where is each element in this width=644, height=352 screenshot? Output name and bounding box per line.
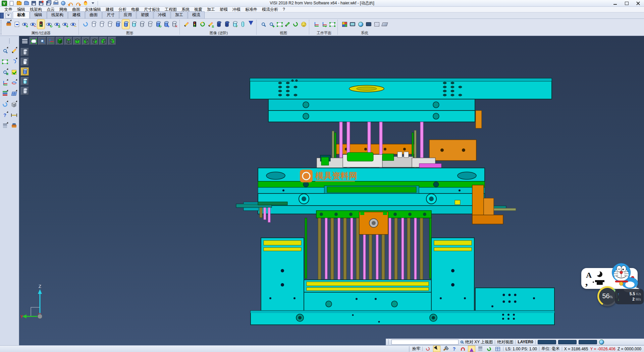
ucs-origin-icon[interactable]	[47, 37, 55, 45]
cylinder-blue-active-icon[interactable]	[122, 19, 129, 29]
active-layer-indicator[interactable]: LAYER0	[518, 340, 533, 344]
monitor-settings-icon[interactable]	[349, 19, 356, 29]
solid-navy-icon[interactable]	[215, 19, 222, 29]
open-file-icon[interactable]	[16, 0, 22, 6]
ucs-axis-icon[interactable]	[1, 79, 9, 87]
snap-lock-red-icon[interactable]	[425, 346, 431, 352]
cylinder-outline-icon-1[interactable]	[90, 19, 97, 29]
edit-visibility-icon[interactable]	[183, 19, 190, 29]
preview-icon[interactable]	[60, 0, 66, 6]
display-light-cylinder-icon[interactable]	[21, 77, 29, 85]
layer-books-icon[interactable]	[1, 122, 9, 130]
menu-help[interactable]: ?	[280, 7, 287, 12]
color-grid-icon[interactable]	[341, 19, 348, 29]
smiley-render-icon[interactable]	[300, 19, 307, 29]
measure-distance-icon[interactable]	[10, 111, 18, 119]
visibility-add-icon[interactable]: +	[21, 19, 29, 29]
item-preview-icon[interactable]	[13, 19, 20, 29]
display-wire-cylinder-icon[interactable]	[21, 87, 29, 95]
scale-indicator[interactable]: LS: 1.00 PS: 1.00	[505, 347, 537, 351]
fit-plane-icon[interactable]	[30, 37, 38, 45]
progress-gauge[interactable]: 56 %	[597, 286, 618, 306]
tab-application[interactable]: 应用	[119, 11, 136, 18]
viewport-menu-icon[interactable]	[21, 37, 29, 45]
monitor-config-icon[interactable]	[365, 19, 372, 29]
view-cube-top-icon[interactable]	[64, 37, 72, 45]
cylinder-light-icon[interactable]	[138, 19, 146, 29]
cylinder-cyan-icon[interactable]	[130, 19, 138, 29]
left-toolbar-grip[interactable]	[9, 39, 10, 43]
workplane-axis-icon[interactable]: ✓	[320, 19, 328, 29]
cylinder-wire-icon[interactable]	[146, 19, 154, 29]
paint-v-icon[interactable]	[247, 19, 255, 29]
quick-search-input[interactable]	[391, 340, 459, 345]
restore-button[interactable]	[622, 0, 631, 6]
cyan-tube-icon[interactable]	[239, 19, 247, 29]
display-outline-cylinder-icon[interactable]	[21, 58, 29, 66]
snap-lock-label[interactable]: 拴牢	[412, 346, 420, 352]
workplane-align-icon[interactable]	[328, 19, 336, 29]
help-question-icon[interactable]: ?	[1, 111, 9, 119]
tab-standard[interactable]: 标准	[13, 11, 30, 18]
view-cube-back-icon[interactable]	[91, 37, 99, 45]
zoom-window-icon[interactable]: +	[268, 19, 275, 29]
search-icon[interactable]	[461, 341, 463, 343]
traffic-light-advanced-icon[interactable]	[191, 19, 198, 29]
menu-standard-parts[interactable]: 标准件	[243, 7, 260, 12]
tab-wireframe[interactable]: 线架构	[47, 11, 68, 18]
cone-snap-icon[interactable]	[468, 346, 475, 352]
view-cube-front-icon[interactable]	[82, 37, 90, 45]
units-indicator[interactable]: 单位: 毫米	[541, 346, 560, 352]
tab-dimension[interactable]: 尺寸	[102, 11, 119, 18]
ribbon-grip[interactable]	[1, 20, 3, 35]
cylinder-outline-icon-2[interactable]	[98, 19, 105, 29]
toolbar-dock-grip[interactable]	[0, 13, 4, 18]
minimize-button[interactable]	[610, 0, 620, 6]
network-speed-panel[interactable]: ↑ 5.5 K/s ↓ 2 M/s	[615, 289, 644, 304]
status-grip[interactable]	[388, 340, 389, 344]
rotate-view-icon[interactable]	[292, 19, 299, 29]
pick-cursor-icon[interactable]	[433, 346, 440, 352]
view-cube-bottom-icon[interactable]	[73, 37, 81, 45]
pencil-plus-minus-icon[interactable]: ±	[207, 19, 214, 29]
slant-plane-icon[interactable]	[381, 19, 388, 29]
visibility-minus-icon[interactable]: −	[69, 19, 77, 29]
check-cylinder-icon[interactable]: ✓	[231, 19, 238, 29]
globe-system-icon[interactable]	[357, 19, 364, 29]
display-shaded-cylinder-icon[interactable]	[21, 68, 29, 76]
rotate-green-icon[interactable]	[486, 346, 492, 352]
graphics-refresh-icon[interactable]	[82, 19, 89, 29]
tab-list-dropdown[interactable]	[5, 13, 11, 18]
menu-die[interactable]: 冲模	[230, 7, 243, 12]
workplane-xy-icon[interactable]	[312, 19, 320, 29]
traffic-light-filter-icon[interactable]	[37, 19, 45, 29]
open-project-icon[interactable]	[23, 0, 30, 6]
menu-mold[interactable]: 塑模	[217, 7, 230, 12]
qat-overflow-chevron[interactable]	[90, 0, 96, 6]
view-reference-indicator[interactable]: 绝对视图	[497, 339, 513, 345]
tool-hammer-icon[interactable]	[442, 346, 449, 352]
curve-pencil-icon[interactable]	[10, 57, 18, 65]
visibility-remove-icon[interactable]: −	[29, 19, 37, 29]
spline-edit-icon[interactable]	[10, 79, 18, 87]
redo-icon[interactable]	[75, 0, 81, 6]
tab-machining[interactable]: 加工	[171, 11, 187, 18]
plane-select-icon[interactable]	[1, 57, 9, 65]
tab-surface[interactable]: 曲面	[85, 11, 102, 18]
save-as-icon[interactable]	[38, 0, 44, 6]
cylinder-recycle-icon[interactable]: ↻	[154, 19, 162, 29]
tab-plastic-mold[interactable]: 塑膜	[137, 11, 153, 18]
paint-brush-icon[interactable]	[10, 122, 18, 130]
save-all-icon[interactable]	[45, 0, 52, 6]
visibility-plus-icon[interactable]: +	[61, 19, 69, 29]
window-panes-icon[interactable]	[10, 90, 18, 98]
dynamic-view-icon[interactable]	[1, 47, 9, 55]
grid-window-icon[interactable]	[494, 346, 501, 352]
view-cube-iso-icon[interactable]	[56, 37, 64, 45]
layer-bars-icon[interactable]	[477, 346, 484, 352]
tab-edit[interactable]: 编辑	[30, 11, 47, 18]
context-help-icon[interactable]: ?	[451, 346, 458, 352]
cylinder-tools-icon[interactable]: ✕	[170, 19, 178, 29]
view-cube-left-icon[interactable]	[99, 37, 107, 45]
close-button[interactable]	[633, 0, 643, 6]
